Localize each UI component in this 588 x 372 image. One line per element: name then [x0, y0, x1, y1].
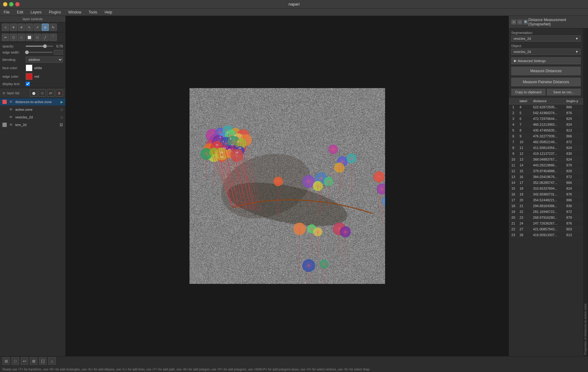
object-dropdown[interactable]: vesicles_2d ▼ [511, 49, 581, 55]
bottom-tool-home[interactable]: ⌂ [48, 357, 56, 365]
table-row[interactable]: 17 20 354.52448221... 886 [509, 197, 583, 203]
layer-type-active-zone: ◇ [61, 108, 63, 112]
table-row[interactable]: 11 14 443.29219886... 879 [509, 162, 583, 168]
cell-distance: 342.65960731... [531, 192, 564, 197]
bottom-tool-square[interactable]: □ [12, 357, 19, 365]
cell-distance: 294.68164386... [531, 203, 564, 209]
tool-transform[interactable]: ⊕ [42, 24, 49, 31]
edge-width-input[interactable]: 2 [54, 50, 63, 55]
tool-lasso[interactable]: ⬡ [10, 34, 17, 41]
table-row[interactable]: 1 4 522.62872505... 866 [509, 104, 583, 110]
col-header-beginy[interactable]: begin-y [564, 98, 583, 104]
edge-color-swatch[interactable] [26, 73, 32, 80]
display-text-checkbox[interactable] [26, 82, 30, 86]
copy-clipboard-button[interactable]: Copy to clipboard [511, 89, 546, 95]
layer-item-active-zone[interactable]: 👁 active-zone ◇ [0, 106, 65, 113]
layer-list-toolbar: ⬤ ⬡ 🏷 🗑 [30, 89, 63, 97]
table-row[interactable]: 2 5 542.41966374... 876 [509, 110, 583, 116]
table-row[interactable]: 18 21 294.68164386... 830 [509, 203, 583, 209]
measure-distances-button[interactable]: Measure Distances [511, 67, 581, 75]
table-row[interactable]: 16 19 342.65960731... 876 [509, 192, 583, 197]
table-row[interactable]: 4 7 460.21213983... 824 [509, 122, 583, 128]
tool-curve[interactable]: ⌒ [50, 34, 57, 41]
menu-window[interactable]: Window [67, 9, 83, 15]
layer-visibility-vesicles[interactable]: 👁 [9, 115, 13, 120]
menu-help[interactable]: Help [103, 9, 113, 15]
tool-pencil[interactable]: ✏ [2, 34, 9, 41]
table-row[interactable]: 10 13 368.04883767... 824 [509, 157, 583, 162]
maximize-button[interactable] [9, 2, 13, 6]
bottom-tool-x[interactable]: ⊠ [30, 357, 37, 365]
main-canvas[interactable] [189, 88, 385, 284]
minimize-button[interactable] [3, 2, 7, 6]
edge-width-slider[interactable] [26, 52, 53, 53]
table-row[interactable]: 22 27 421.00857943... 803 [509, 226, 583, 232]
table-row[interactable]: 9 12 419.12137237... 830 [509, 151, 583, 157]
table-row[interactable]: 12 15 379.97454888... 829 [509, 168, 583, 174]
cell-label: 22 [518, 209, 531, 215]
layer-item-distances[interactable]: 👁 distances-to-active-zone ▶ [0, 98, 65, 106]
table-row[interactable]: 21 24 247.72636267... 876 [509, 221, 583, 226]
layer-item-vesicles[interactable]: 👁 vesicles_2d ◇ [0, 113, 65, 121]
tool-rotate[interactable]: ↻ [50, 24, 57, 31]
right-panel-close-btn[interactable]: ✕ [511, 20, 516, 24]
tool-arrow2[interactable]: ↗ [34, 24, 41, 31]
tool-poly[interactable]: ⬠ [34, 34, 41, 41]
close-button[interactable] [15, 2, 20, 6]
layer-list-tool-labels[interactable]: 🏷 [47, 89, 54, 97]
cell-distance: 352.06285747... [531, 180, 564, 186]
tool-rect2[interactable]: ⬜ [26, 34, 33, 41]
menu-plugins[interactable]: Plugins [48, 9, 62, 15]
col-header-label[interactable]: label [518, 98, 531, 104]
bottom-tool-undo[interactable]: ↩ [21, 357, 28, 365]
menu-edit[interactable]: Edit [16, 9, 24, 15]
tool-close[interactable]: ✕ [18, 24, 25, 31]
table-row[interactable]: 14 17 352.06285747... 866 [509, 180, 583, 186]
right-panel-min-btn[interactable]: ─ [517, 20, 522, 24]
col-header-distance[interactable]: distance [531, 98, 564, 104]
tool-select[interactable]: ⊹ [2, 24, 9, 31]
table-row[interactable]: 8 11 411.50814354... 824 [509, 145, 583, 151]
measure-pairwise-button[interactable]: Measure Pairwise Distances [511, 78, 581, 86]
menu-layers[interactable]: Layers [29, 9, 43, 15]
right-panel: ✕ ─ 🔍 Distance Measurement (SynapseNet) … [509, 16, 588, 356]
table-row[interactable]: 7 10 482.05852149... 872 [509, 139, 583, 145]
table-row[interactable]: 20 23 268.97916280... 879 [509, 215, 583, 221]
table-row[interactable]: 3 6 472.72970644... 829 [509, 116, 583, 122]
table-row[interactable]: 13 16 384.03419676... 872 [509, 174, 583, 180]
cell-label: 13 [518, 157, 531, 162]
face-color-swatch[interactable] [26, 65, 32, 71]
advanced-settings-button[interactable]: ▶ Advanced Settings [511, 57, 581, 64]
table-scroll[interactable]: label distance begin-y 1 4 522.62872505.… [509, 98, 583, 356]
tool-move[interactable]: ✛ [10, 24, 17, 31]
layer-delete-btn[interactable]: 🗑 [56, 89, 63, 97]
cell-rownum: 7 [509, 139, 518, 145]
menu-file[interactable]: File [2, 9, 11, 15]
cell-label: 24 [518, 221, 531, 226]
layer-visibility-distances[interactable]: 👁 [9, 99, 13, 104]
tool-arrow[interactable]: ↖ [26, 24, 33, 31]
right-panel-search-btn[interactable]: 🔍 [524, 20, 528, 24]
bottom-tool-stack[interactable]: ⟦⟧ [39, 357, 46, 365]
save-csv-button[interactable]: Save as csv... [547, 89, 581, 95]
table-row[interactable]: 19 22 281.16946722... 872 [509, 209, 583, 215]
table-row[interactable]: 15 18 310.65337894... 824 [509, 186, 583, 192]
tool-line[interactable]: ╱ [42, 34, 49, 41]
table-row[interactable]: 6 9 476.32277939... 866 [509, 133, 583, 139]
tool-rect[interactable]: □ [18, 34, 25, 41]
cell-beginy: 813 [564, 232, 583, 238]
blending-select[interactable]: additive [26, 57, 63, 63]
segmentation-dropdown[interactable]: vesicles_2d ▼ [511, 35, 581, 42]
bottom-tools: ⊞ □ ↩ ⊠ ⟦⟧ ⌂ [2, 357, 586, 365]
layer-visibility-tem[interactable]: 👁 [9, 122, 13, 127]
layer-list-tool-shapes[interactable]: ⬡ [39, 89, 46, 97]
layer-visibility-active-zone[interactable]: 👁 [9, 107, 13, 112]
opacity-slider[interactable] [26, 46, 53, 47]
menu-tools[interactable]: Tools [87, 9, 98, 15]
canvas-area[interactable] [66, 16, 509, 356]
table-row[interactable]: 5 8 435.47465835... 813 [509, 128, 583, 133]
layer-item-tem[interactable]: 👁 tem_2d 🖼 [0, 121, 65, 129]
bottom-tool-grid[interactable]: ⊞ [2, 357, 10, 365]
layer-list-tool-points[interactable]: ⬤ [30, 89, 37, 97]
table-row[interactable]: 23 28 419.50913307... 813 [509, 232, 583, 238]
